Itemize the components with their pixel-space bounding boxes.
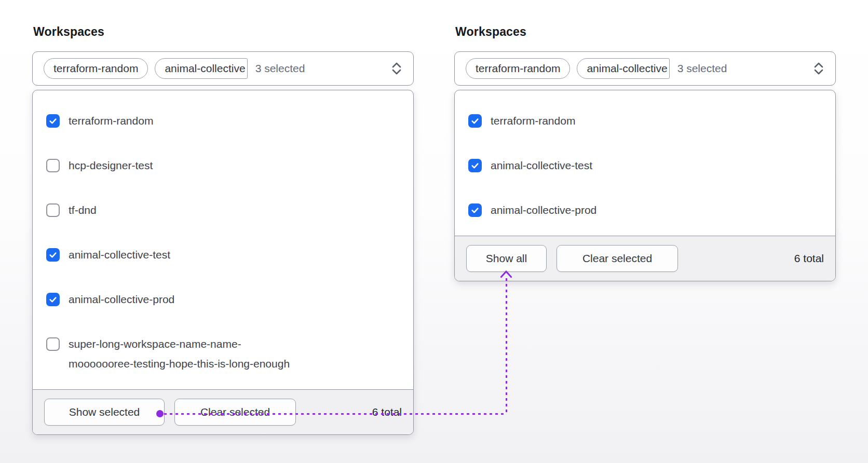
checkbox[interactable] [468,159,482,172]
selected-tag-pill[interactable]: terraform-random [466,58,570,79]
listbox-footer: Show selected Clear selected 6 total [33,389,413,434]
workspace-option-label: animal-collective-test [491,156,592,175]
annotation-arrowhead-up-icon [499,269,513,279]
checkbox[interactable] [46,114,60,128]
check-icon [48,250,58,260]
selected-count-label: 3 selected [255,62,305,75]
workspace-option-label: tf-dnd [69,200,97,220]
workspace-option[interactable]: animal-collective-test [33,233,413,277]
check-icon [48,116,58,126]
workspace-option[interactable]: super-long-workspace-name-name-moooooore… [33,322,413,386]
check-icon [470,116,480,126]
show-selected-button[interactable]: Show selected [44,399,165,426]
workspaces-multiselect-expanded: Workspaces terraform-random animal-colle… [32,25,414,435]
workspace-option[interactable]: animal-collective-prod [33,277,413,322]
checkbox[interactable] [468,203,482,217]
workspace-option[interactable]: animal-collective-test [455,143,835,188]
workspace-option-label: animal-collective-prod [491,200,596,220]
check-icon [470,206,480,215]
checkbox[interactable] [46,293,60,306]
checkbox[interactable] [46,248,60,262]
selected-tag-pill-clipped[interactable]: animal-collective [577,58,669,79]
selected-tag-pill[interactable]: terraform-random [44,58,148,79]
workspace-option-label: animal-collective-prod [69,290,174,309]
expand-collapse-chevron-icon [812,61,825,76]
workspace-option[interactable]: animal-collective-prod [455,188,835,233]
total-count-label: 6 total [372,406,402,418]
screenshot-canvas: Workspaces terraform-random animal-colle… [0,0,868,463]
check-icon [470,161,480,170]
selected-tag-pill-clipped[interactable]: animal-collective [155,58,247,79]
show-all-button[interactable]: Show all [466,245,547,272]
workspace-option-label: hcp-designer-test [69,156,153,175]
workspace-option-label: terraform-random [69,111,153,131]
workspace-option-list: terraform-random animal-collective-test … [455,90,835,236]
multiselect-trigger[interactable]: terraform-random animal-collective 3 sel… [454,51,836,86]
workspace-option[interactable]: terraform-random [455,99,835,143]
annotation-dotted-line-vertical [506,278,507,414]
workspace-option-label: terraform-random [491,111,575,131]
workspace-option-label: animal-collective-test [69,245,170,265]
expand-collapse-chevron-icon [390,61,403,76]
workspace-option[interactable]: hcp-designer-test [33,143,413,188]
panel-title: Workspaces [33,25,414,39]
panel-title: Workspaces [455,25,836,39]
annotation-dotted-line-horizontal [164,413,506,415]
checkbox[interactable] [46,337,60,351]
checkbox[interactable] [46,203,60,217]
clear-selected-button[interactable]: Clear selected [174,399,296,426]
checkbox[interactable] [468,114,482,128]
workspaces-multiselect-filtered: Workspaces terraform-random animal-colle… [454,25,836,281]
selected-count-label: 3 selected [677,62,727,75]
workspace-option-label: super-long-workspace-name-name-moooooore… [69,334,303,374]
annotation-dot [156,410,164,417]
total-count-label: 6 total [794,252,824,265]
workspace-option[interactable]: terraform-random [33,99,413,143]
workspace-option-list: terraform-random hcp-designer-test tf-dn… [33,90,413,389]
checkbox[interactable] [46,159,60,172]
multiselect-trigger[interactable]: terraform-random animal-collective 3 sel… [32,51,414,86]
dropdown-listbox: terraform-random animal-collective-test … [454,90,836,281]
check-icon [48,295,58,304]
clear-selected-button[interactable]: Clear selected [557,245,678,272]
dropdown-listbox: terraform-random hcp-designer-test tf-dn… [32,90,414,435]
workspace-option[interactable]: tf-dnd [33,188,413,233]
